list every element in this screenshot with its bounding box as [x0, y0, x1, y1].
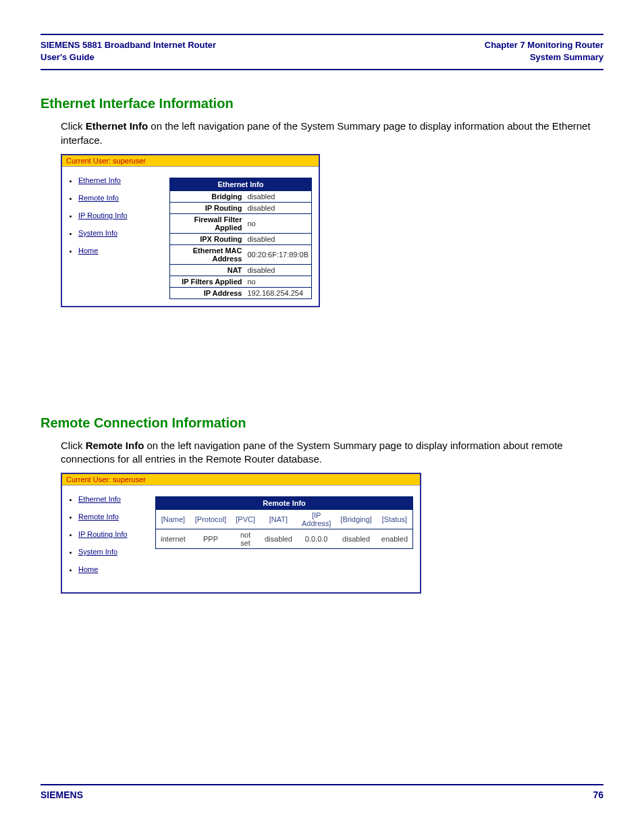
eth-value: 00:20:6F:17:89:0B: [244, 244, 311, 264]
nav-link-ip-routing-info[interactable]: IP Routing Info: [78, 211, 128, 219]
nav-item: System Info: [78, 548, 146, 556]
page-header: SIEMENS 5881 Broadband Internet Router U…: [41, 34, 603, 70]
remote-cell: internet: [156, 529, 190, 549]
eth-value: 192.168.254.254: [244, 287, 311, 298]
remote-header: [Status]: [377, 510, 413, 529]
ethernet-info-table: Ethernet Info Bridgingdisabled IP Routin…: [169, 178, 312, 299]
eth-label: Firewall Filter Applied: [169, 213, 244, 233]
remote-header: [Protocol]: [190, 510, 231, 529]
header-right-line1: Chapter 7 Monitoring Router: [485, 40, 603, 50]
nav-link-home[interactable]: Home: [78, 246, 98, 255]
nav-link-ethernet-info[interactable]: Ethernet Info: [78, 495, 121, 503]
nav-link-remote-info[interactable]: Remote Info: [78, 513, 119, 521]
eth-label: NAT: [169, 264, 244, 276]
eth-label: IPX Routing: [169, 233, 244, 244]
nav-link-home[interactable]: Home: [78, 565, 98, 573]
section2-paragraph: Click Remote Info on the left navigation…: [61, 439, 603, 467]
page-footer: SIEMENS 76: [41, 784, 603, 800]
document-page: SIEMENS 5881 Broadband Internet Router U…: [0, 0, 644, 834]
section1-heading: Ethernet Interface Information: [41, 96, 603, 111]
screenshot-body-2: Ethernet Info Remote Info IP Routing Inf…: [62, 486, 420, 592]
remote-header: [NAT]: [260, 510, 297, 529]
footer-page-number: 76: [593, 789, 603, 800]
nav-item: Home: [78, 246, 160, 255]
nav-column-1: Ethernet Info Remote Info IP Routing Inf…: [62, 167, 165, 273]
eth-value: disabled: [244, 264, 311, 276]
remote-header: [PVC]: [231, 510, 260, 529]
nav-link-remote-info[interactable]: Remote Info: [78, 194, 119, 202]
footer-brand: SIEMENS: [41, 789, 83, 800]
nav-item: System Info: [78, 229, 160, 237]
ethernet-table-caption: Ethernet Info: [169, 178, 311, 190]
remote-header: [Name]: [156, 510, 190, 529]
eth-value: no: [244, 276, 311, 287]
remote-table-caption: Remote Info: [156, 497, 413, 510]
nav-link-ip-routing-info[interactable]: IP Routing Info: [78, 530, 128, 538]
header-left-line2: User's Guide: [41, 52, 95, 62]
section2-heading: Remote Connection Information: [41, 415, 603, 431]
screenshot-remote: Current User: superuser Ethernet Info Re…: [61, 473, 421, 594]
remote-cell: PPP: [190, 529, 231, 549]
remote-cell: 0.0.0.0: [297, 529, 336, 549]
eth-label: Ethernet MAC Address: [169, 244, 244, 264]
nav-column-2: Ethernet Info Remote Info IP Routing Inf…: [62, 486, 151, 592]
nav-item: Remote Info: [78, 194, 160, 202]
eth-label: IP Address: [169, 287, 244, 298]
remote-header: [Bridging]: [336, 510, 376, 529]
header-left: SIEMENS 5881 Broadband Internet Router U…: [41, 39, 216, 63]
eth-value: no: [244, 213, 311, 233]
remote-header: [IP Address]: [297, 510, 336, 529]
section1-para-pre: Click: [61, 120, 86, 132]
nav-item: IP Routing Info: [78, 211, 160, 219]
nav-item: Ethernet Info: [78, 495, 146, 503]
remote-cell: disabled: [260, 529, 297, 549]
section2-para-pre: Click: [61, 440, 86, 451]
nav-link-system-info[interactable]: System Info: [78, 548, 117, 556]
eth-label: IP Routing: [169, 202, 244, 213]
section1-paragraph: Click Ethernet Info on the left navigati…: [61, 120, 603, 147]
nav-item: Home: [78, 565, 146, 573]
header-right: Chapter 7 Monitoring Router System Summa…: [485, 39, 603, 63]
eth-label: IP Filters Applied: [169, 276, 244, 287]
header-right-line2: System Summary: [530, 52, 603, 62]
user-bar-2: Current User: superuser: [62, 474, 420, 486]
eth-value: disabled: [244, 190, 311, 202]
section1-para-bold: Ethernet Info: [86, 120, 149, 132]
remote-cell: enabled: [377, 529, 413, 549]
remote-cell: not set: [231, 529, 260, 549]
nav-link-ethernet-info[interactable]: Ethernet Info: [78, 176, 121, 184]
nav-item: Ethernet Info: [78, 176, 160, 184]
content-column-1: Ethernet Info Bridgingdisabled IP Routin…: [165, 167, 319, 306]
nav-item: Remote Info: [78, 513, 146, 521]
section2-para-bold: Remote Info: [86, 440, 144, 451]
content-column-2: Remote Info [Name] [Protocol] [PVC] [NAT…: [151, 486, 420, 556]
header-left-line1: SIEMENS 5881 Broadband Internet Router: [41, 40, 216, 50]
user-bar-1: Current User: superuser: [62, 155, 319, 167]
eth-value: disabled: [244, 233, 311, 244]
nav-item: IP Routing Info: [78, 530, 146, 538]
eth-label: Bridging: [169, 190, 244, 202]
screenshot-body-1: Ethernet Info Remote Info IP Routing Inf…: [62, 167, 319, 306]
remote-info-table: Remote Info [Name] [Protocol] [PVC] [NAT…: [155, 496, 413, 549]
nav-link-system-info[interactable]: System Info: [78, 229, 117, 237]
remote-cell: disabled: [336, 529, 376, 549]
screenshot-ethernet: Current User: superuser Ethernet Info Re…: [61, 154, 320, 307]
eth-value: disabled: [244, 202, 311, 213]
